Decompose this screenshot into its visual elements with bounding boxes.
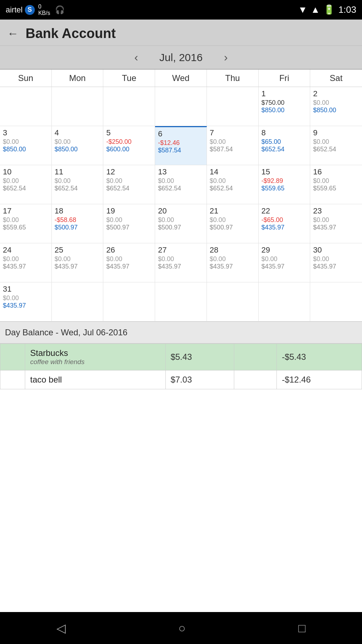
cell-date: 31 — [3, 285, 49, 294]
calendar-cell-jul31[interactable]: 31 $0.00 $435.97 — [0, 282, 52, 321]
cell-date: 30 — [313, 245, 359, 255]
cell-balance: $587.54 — [210, 146, 256, 153]
cell-balance: $559.65 — [313, 185, 359, 192]
calendar-cell-jul8[interactable]: 8 $65.00 $652.54 — [259, 126, 311, 165]
cell-balance: $850.00 — [262, 107, 307, 114]
prev-month-button[interactable]: ‹ — [131, 51, 142, 64]
cell-transaction-pos: $65.00 — [262, 138, 307, 146]
calendar-cell-jul28[interactable]: 28 $0.00 $435.97 — [207, 243, 259, 282]
back-nav-button[interactable]: ◁ — [56, 621, 66, 635]
calendar-cell-jul26[interactable]: 26 $0.00 $435.97 — [103, 243, 155, 282]
cell-date: 27 — [158, 245, 204, 255]
calendar-cell-jul9[interactable]: 9 $0.00 $652.54 — [310, 126, 362, 165]
calendar-cell-jul23[interactable]: 23 $0.00 $435.97 — [310, 204, 362, 243]
calendar-cell-jul7[interactable]: 7 $0.00 $587.54 — [207, 126, 259, 165]
cell-transaction: $0.00 — [3, 216, 49, 224]
calendar-cell-jul14[interactable]: 14 $0.00 $652.54 — [207, 165, 259, 204]
calendar-cell-jul18[interactable]: 18 -$58.68 $500.97 — [52, 204, 104, 243]
cell-transaction: $0.00 — [313, 216, 359, 224]
day-balance-header: Day Balance - Wed, Jul 06-2016 — [0, 321, 362, 343]
cell-transaction: $0.00 — [210, 216, 256, 224]
calendar-day-headers: Sun Mon Tue Wed Thu Fri Sat — [0, 70, 362, 87]
cell-date: 9 — [313, 128, 359, 137]
cell-date: 23 — [313, 206, 359, 216]
cell-date: 12 — [106, 167, 152, 177]
back-button[interactable]: ← — [7, 27, 18, 40]
cell-balance: $850.00 — [55, 146, 100, 153]
cell-transaction: $0.00 — [313, 138, 359, 146]
calendar-cell-jul11[interactable]: 11 $0.00 $652.54 — [52, 165, 104, 204]
calendar-cell-empty-r6-7[interactable] — [310, 282, 362, 321]
transaction-name-cell-2: taco bell — [25, 370, 166, 389]
calendar-cell-empty-r6-2[interactable] — [52, 282, 104, 321]
calendar-cell-empty-1[interactable] — [0, 87, 52, 126]
transaction-net-2: -$12.46 — [282, 375, 311, 384]
calendar-cell-jul24[interactable]: 24 $0.00 $435.97 — [0, 243, 52, 282]
cell-date: 20 — [158, 206, 204, 216]
cell-transaction: $0.00 — [158, 216, 204, 224]
calendar-cell-jul30[interactable]: 30 $0.00 $435.97 — [310, 243, 362, 282]
bottom-nav-bar: ◁ ○ □ — [0, 612, 362, 644]
calendar-cell-jul3[interactable]: 3 $0.00 $850.00 — [0, 126, 52, 165]
calendar-cell-empty-r6-3[interactable] — [103, 282, 155, 321]
next-month-button[interactable]: › — [220, 51, 231, 64]
calendar-cell-empty-5[interactable] — [207, 87, 259, 126]
recent-nav-button[interactable]: □ — [298, 621, 306, 635]
cell-date: 6 — [158, 129, 204, 139]
calendar-cell-jul27[interactable]: 27 $0.00 $435.97 — [155, 243, 207, 282]
status-bar: airtel S 0KB/s 🎧 ▼ ▲ 🔋 1:03 — [0, 0, 362, 20]
cell-balance: $500.97 — [210, 224, 256, 231]
transaction-amount: $5.43 — [171, 352, 192, 362]
calendar-cell-jul16[interactable]: 16 $0.00 $559.65 — [310, 165, 362, 204]
cell-balance: $652.54 — [262, 146, 307, 153]
calendar-cell-jul20[interactable]: 20 $0.00 $500.97 — [155, 204, 207, 243]
cell-date: 10 — [3, 167, 49, 177]
calendar-cell-jul15[interactable]: 15 -$92.89 $559.65 — [259, 165, 311, 204]
calendar-cell-empty-r6-5[interactable] — [207, 282, 259, 321]
cell-date: 26 — [106, 245, 152, 255]
calendar-cell-empty-3[interactable] — [103, 87, 155, 126]
home-nav-button[interactable]: ○ — [178, 621, 186, 635]
cell-transaction: $0.00 — [3, 138, 49, 146]
page-title: Bank Account — [26, 26, 116, 41]
calendar-cell-jul25[interactable]: 25 $0.00 $435.97 — [52, 243, 104, 282]
calendar-cell-jul19[interactable]: 19 $0.00 $500.97 — [103, 204, 155, 243]
calendar-cell-jul13[interactable]: 13 $0.00 $652.54 — [155, 165, 207, 204]
calendar-cell-empty-r6-6[interactable] — [259, 282, 311, 321]
calendar-cell-empty-4[interactable] — [155, 87, 207, 126]
transaction-category-cell — [234, 344, 277, 370]
calendar-cell-jul2[interactable]: 2 $0.00 $850.00 — [310, 87, 362, 126]
cell-transaction: $0.00 — [210, 177, 256, 185]
current-month-label: Jul, 2016 — [159, 52, 203, 64]
calendar-cell-jul6[interactable]: 6 -$12.46 $587.54 — [155, 126, 207, 165]
calendar-cell-jul12[interactable]: 12 $0.00 $652.54 — [103, 165, 155, 204]
cell-date: 29 — [262, 245, 307, 255]
cell-date: 22 — [262, 206, 307, 216]
month-navigator: ‹ Jul, 2016 › — [0, 46, 362, 70]
calendar-cell-jul4[interactable]: 4 $0.00 $850.00 — [52, 126, 104, 165]
cell-date: 8 — [262, 128, 307, 137]
cell-balance: $652.54 — [55, 185, 100, 192]
transaction-name: Starbucks — [30, 348, 160, 358]
transaction-row-tacobell[interactable]: taco bell $7.03 -$12.46 — [0, 370, 362, 389]
calendar-cell-jul5[interactable]: 5 -$250.00 $600.00 — [103, 126, 155, 165]
transaction-net: -$5.43 — [282, 352, 306, 362]
calendar-cell-jul1[interactable]: 1 $750.00 $850.00 — [259, 87, 311, 126]
cell-balance: $435.97 — [158, 263, 204, 270]
wifi-icon: ▼ — [298, 4, 307, 15]
transaction-net-cell: -$5.43 — [277, 344, 362, 370]
calendar-cell-jul29[interactable]: 29 $0.00 $435.97 — [259, 243, 311, 282]
calendar-cell-empty-2[interactable] — [52, 87, 104, 126]
calendar-cell-jul22[interactable]: 22 -$65.00 $435.97 — [259, 204, 311, 243]
calendar-cell-jul10[interactable]: 10 $0.00 $652.54 — [0, 165, 52, 204]
calendar-cell-jul21[interactable]: 21 $0.00 $500.97 — [207, 204, 259, 243]
day-header-thu: Thu — [207, 70, 259, 87]
transaction-amount-2: $7.03 — [171, 375, 192, 384]
cell-date: 24 — [3, 245, 49, 255]
transaction-row-starbucks[interactable]: Starbucks coffee with friends $5.43 -$5.… — [0, 344, 362, 370]
transaction-icon-cell-2 — [0, 370, 25, 389]
cell-transaction: $0.00 — [55, 255, 100, 263]
calendar-cell-empty-r6-4[interactable] — [155, 282, 207, 321]
calendar-cell-jul17[interactable]: 17 $0.00 $559.65 — [0, 204, 52, 243]
cell-date: 14 — [210, 167, 256, 177]
